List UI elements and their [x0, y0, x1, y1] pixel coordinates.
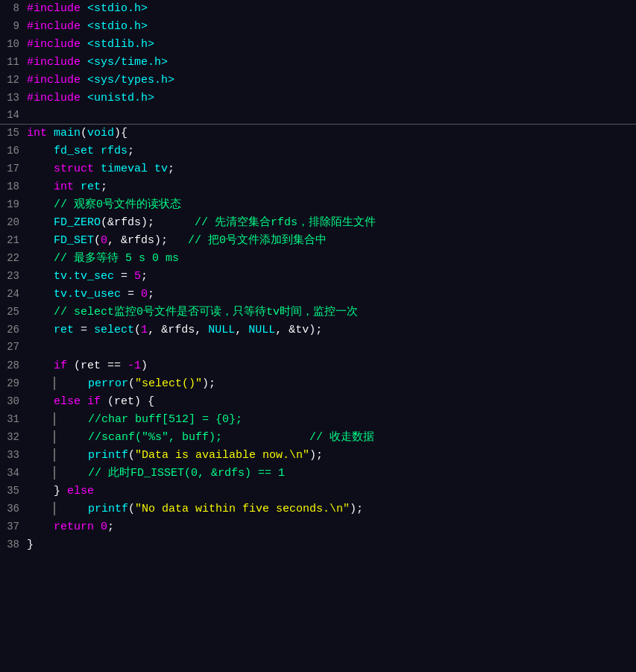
line-content: int ret; [27, 178, 636, 195]
code-line: 16 fd_set rfds; [0, 142, 636, 160]
code-line: 29 perror("select()"); [0, 375, 636, 393]
line-number: 26 [0, 322, 27, 339]
line-content: //char buff[512] = {0}; [27, 411, 636, 428]
line-number: 22 [0, 251, 27, 267]
code-line: 30 else if (ret) { [0, 393, 636, 411]
line-content: return 0; [27, 518, 636, 536]
line-number: 33 [0, 448, 27, 464]
line-number: 14 [0, 107, 27, 124]
line-content: printf("No data within five seconds.\n")… [27, 500, 636, 518]
line-content: // select监控0号文件是否可读，只等待tv时间，监控一次 [27, 304, 636, 321]
line-content: ret = select(1, &rfds, NULL, NULL, &tv); [27, 321, 636, 339]
line-content: int main(void){ [27, 125, 636, 142]
line-content: // 最多等待 5 s 0 ms [27, 250, 636, 267]
line-number: 18 [0, 179, 27, 195]
line-content: fd_set rfds; [27, 142, 636, 160]
code-line: 14 [0, 107, 636, 125]
line-number: 15 [0, 125, 27, 142]
line-number: 12 [0, 72, 27, 89]
code-line: 35 } else [0, 483, 636, 500]
code-line: 12#include <sys/types.h> [0, 72, 636, 90]
code-line: 32 //scanf("%s", buff); // 收走数据 [0, 429, 636, 447]
line-content: if (ret == -1) [27, 357, 636, 374]
code-line: 36 printf("No data within five seconds.\… [0, 500, 636, 518]
line-content: perror("select()"); [27, 375, 636, 392]
code-line: 20 FD_ZERO(&rfds); // 先清空集合rfds，排除陌生文件 [0, 214, 636, 232]
line-number: 36 [0, 501, 27, 518]
line-number: 37 [0, 519, 27, 536]
line-number: 20 [0, 215, 27, 231]
code-line: 22 // 最多等待 5 s 0 ms [0, 250, 636, 268]
line-content: // 此时FD_ISSET(0, &rdfs) == 1 [27, 465, 636, 482]
line-number: 16 [0, 143, 27, 160]
line-number: 28 [0, 358, 27, 374]
line-number: 30 [0, 394, 27, 410]
line-content: #include <sys/types.h> [27, 72, 636, 89]
line-number: 32 [0, 430, 27, 446]
line-number: 31 [0, 412, 27, 428]
line-number: 10 [0, 37, 27, 53]
line-number: 29 [0, 376, 27, 392]
line-number: 11 [0, 54, 27, 71]
code-line: 28 if (ret == -1) [0, 357, 636, 375]
line-number: 35 [0, 483, 27, 500]
code-line: 9#include <stdio.h> [0, 18, 636, 36]
line-number: 38 [0, 537, 27, 553]
line-content: struct timeval tv; [27, 160, 636, 178]
line-number: 25 [0, 304, 27, 321]
line-content: #include <stdio.h> [27, 0, 636, 17]
code-line: 13#include <unistd.h> [0, 90, 636, 107]
code-line: 23 tv.tv_sec = 5; [0, 268, 636, 286]
code-line: 33 printf("Data is available now.\n"); [0, 447, 636, 465]
line-content: #include <sys/time.h> [27, 54, 636, 71]
line-number: 24 [0, 286, 27, 303]
line-content: //scanf("%s", buff); // 收走数据 [27, 429, 636, 446]
line-content: else if (ret) { [27, 393, 636, 410]
line-content: } else [27, 483, 636, 500]
line-content: // 观察0号文件的读状态 [27, 196, 636, 213]
line-content: tv.tv_sec = 5; [27, 268, 636, 285]
code-line: 8#include <stdio.h> [0, 0, 636, 18]
line-number: 17 [0, 161, 27, 178]
code-line: 37 return 0; [0, 518, 636, 536]
line-content: printf("Data is available now.\n"); [27, 447, 636, 464]
code-line: 34 // 此时FD_ISSET(0, &rdfs) == 1 [0, 465, 636, 483]
line-content: FD_SET(0, &rfds); // 把0号文件添加到集合中 [27, 232, 636, 249]
line-number: 13 [0, 90, 27, 107]
code-line: 17 struct timeval tv; [0, 160, 636, 178]
line-number: 19 [0, 197, 27, 213]
code-line: 27 [0, 339, 636, 357]
code-line: 25 // select监控0号文件是否可读，只等待tv时间，监控一次 [0, 304, 636, 321]
line-content: tv.tv_usec = 0; [27, 286, 636, 303]
line-number: 8 [0, 1, 27, 17]
code-line: 19 // 观察0号文件的读状态 [0, 196, 636, 214]
line-content: #include <stdio.h> [27, 18, 636, 35]
code-line: 21 FD_SET(0, &rfds); // 把0号文件添加到集合中 [0, 232, 636, 250]
line-number: 21 [0, 233, 27, 249]
code-line: 26 ret = select(1, &rfds, NULL, NULL, &t… [0, 321, 636, 339]
line-number: 23 [0, 269, 27, 285]
code-line: 15int main(void){ [0, 125, 636, 142]
line-number: 34 [0, 465, 27, 482]
code-line: 11#include <sys/time.h> [0, 54, 636, 72]
code-line: 24 tv.tv_usec = 0; [0, 286, 636, 304]
code-editor: 8#include <stdio.h>9#include <stdio.h>10… [0, 0, 636, 672]
line-number: 9 [0, 19, 27, 35]
line-content: FD_ZERO(&rfds); // 先清空集合rfds，排除陌生文件 [27, 214, 636, 231]
line-content: #include <unistd.h> [27, 90, 636, 107]
code-line: 18 int ret; [0, 178, 636, 196]
code-line: 10#include <stdlib.h> [0, 36, 636, 54]
line-content: #include <stdlib.h> [27, 36, 636, 53]
line-content: } [27, 536, 636, 553]
code-line: 38} [0, 536, 636, 554]
line-number: 27 [0, 339, 27, 356]
code-line: 31 //char buff[512] = {0}; [0, 411, 636, 429]
